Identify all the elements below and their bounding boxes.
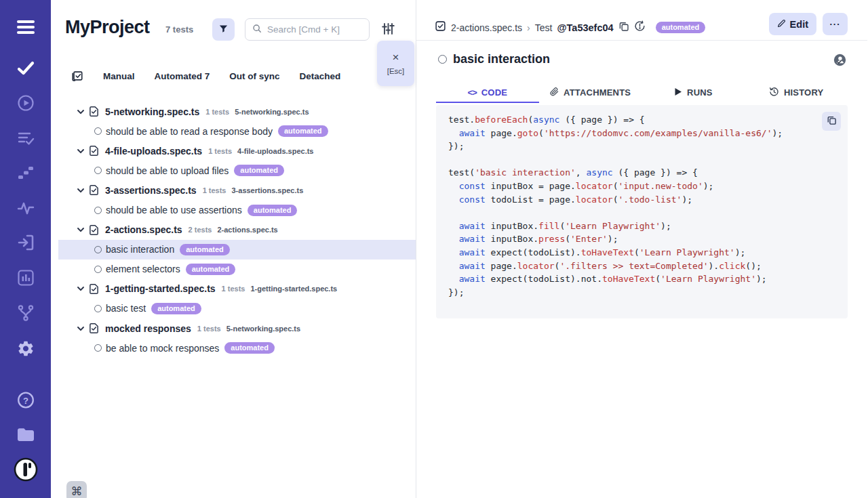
assignee-avatar[interactable]	[833, 54, 846, 69]
file-check-icon	[435, 20, 446, 35]
test-title: basic interaction	[106, 244, 174, 255]
edit-label: Edit	[790, 19, 808, 30]
code-line: await inputBox.press('Enter');	[448, 232, 835, 246]
import-icon[interactable]	[17, 234, 35, 251]
suite-row[interactable]: mocked responses1 tests5-networking.spec…	[58, 318, 416, 338]
test-title: basic test	[106, 303, 146, 314]
automated-badge: automated	[278, 125, 328, 137]
chevron-down-icon[interactable]	[77, 325, 85, 333]
test-status-icon	[94, 127, 102, 135]
suite-name: 4-file-uploads.spec.ts	[105, 146, 202, 157]
test-title: should be able to upload files	[106, 165, 229, 176]
test-row[interactable]: should be able to read a response bodyau…	[58, 121, 416, 141]
test-row[interactable]: basic testautomated	[58, 299, 416, 318]
test-row[interactable]: basic interactionautomated	[58, 240, 416, 260]
suite-row[interactable]: 5-networking.spec.ts1 tests5-networking.…	[58, 102, 416, 121]
app-logo[interactable]	[14, 457, 38, 482]
suite-file-path: 5-networking.spec.ts	[235, 108, 309, 116]
branch-icon[interactable]	[17, 304, 35, 322]
code-line: const inputBox = page.locator('input.new…	[448, 180, 835, 193]
test-row[interactable]: should be able to use assertionsautomate…	[58, 200, 416, 220]
breadcrumb-file[interactable]: 2-actions.spec.ts	[451, 22, 522, 33]
activity-pulse-icon[interactable]	[17, 199, 35, 217]
suite-row[interactable]: 4-file-uploads.spec.ts1 tests4-file-uplo…	[58, 141, 416, 161]
code-icon: <>	[468, 87, 477, 98]
help-icon[interactable]: ?	[16, 391, 35, 409]
suite-name: mocked responses	[105, 323, 191, 334]
code-block: test.beforeEach(async ({ page }) => { aw…	[436, 105, 848, 318]
test-row[interactable]: should be able to upload filesautomated	[58, 161, 416, 180]
steps-icon[interactable]	[17, 165, 35, 181]
file-check-icon	[89, 184, 99, 196]
chevron-down-icon[interactable]	[77, 285, 85, 293]
breadcrumb-separator: ›	[527, 22, 530, 33]
folder-icon[interactable]	[16, 426, 36, 443]
suite-file-path: 4-file-uploads.spec.ts	[237, 147, 313, 155]
suite-row[interactable]: 1-getting-started.spec.ts1 tests1-gettin…	[58, 279, 416, 299]
test-detail-panel: 2-actions.spec.ts › Test @Ta53efc04 auto…	[416, 0, 867, 498]
code-line: test.beforeEach(async ({ page }) => {	[448, 113, 835, 127]
file-check-icon	[89, 224, 99, 236]
esc-popup: × [Esc]	[377, 41, 414, 86]
sync-clock-icon[interactable]	[634, 20, 646, 35]
view-settings-icon[interactable]	[382, 22, 395, 38]
edit-button[interactable]: Edit	[769, 13, 816, 35]
test-row[interactable]: element selectorsautomated	[58, 260, 416, 279]
analytics-bar-chart-icon[interactable]	[17, 269, 35, 287]
detail-tabs: <>CODEATTACHMENTSRUNSHISTORY	[436, 83, 848, 103]
suite-test-count: 2 tests	[189, 226, 212, 234]
suite-test-count: 1 tests	[197, 325, 221, 333]
tab-code[interactable]: <>CODE	[436, 83, 539, 103]
pencil-icon	[777, 19, 786, 30]
suite-row[interactable]: 3-assertions.spec.ts1 tests3-assertions.…	[58, 180, 416, 200]
test-title: should be able to use assertions	[106, 205, 242, 215]
file-check-icon	[89, 106, 99, 117]
filter-tab-detached[interactable]: Detached	[300, 71, 341, 81]
automated-badge: automated	[656, 22, 706, 33]
search-icon	[252, 24, 262, 35]
cmd-key-hint[interactable]: ⌘	[66, 481, 87, 498]
automated-badge: automated	[151, 303, 201, 314]
tab-runs[interactable]: RUNS	[642, 83, 745, 103]
test-title: be able to mock responses	[106, 343, 219, 354]
test-title: should be able to read a response body	[106, 126, 273, 137]
tab-label: HISTORY	[784, 87, 823, 98]
tab-label: CODE	[481, 87, 507, 98]
more-button[interactable]: ···	[823, 13, 848, 35]
runs-play-icon[interactable]	[17, 94, 35, 112]
chevron-down-icon[interactable]	[77, 108, 85, 116]
close-icon[interactable]: ×	[393, 51, 399, 63]
breadcrumb: 2-actions.spec.ts › Test @Ta53efc04 auto…	[435, 20, 705, 35]
filter-tab-out-of-sync[interactable]: Out of sync	[229, 71, 279, 81]
code-line: await expect(todoList).not.toHaveText('L…	[448, 272, 835, 286]
filter-tab-manual[interactable]: Manual	[103, 71, 135, 81]
checklist-icon[interactable]	[17, 129, 35, 147]
settings-gear-icon[interactable]	[16, 339, 35, 358]
suite-file-path: 2-actions.spec.ts	[217, 226, 277, 234]
filter-tab-automated[interactable]: Automated 7	[155, 71, 210, 81]
tab-label: RUNS	[687, 87, 713, 98]
search-input[interactable]: Search [Cmd + K]	[245, 18, 370, 41]
menu-icon[interactable]	[16, 18, 35, 36]
copy-code-button[interactable]	[822, 112, 841, 131]
esc-label: [Esc]	[387, 67, 405, 75]
file-check-icon	[89, 283, 99, 295]
test-title: element selectors	[106, 264, 180, 274]
test-row[interactable]: be able to mock responsesautomated	[58, 338, 416, 358]
tests-check-icon[interactable]	[16, 60, 35, 77]
project-title: MyProject	[65, 17, 150, 38]
filter-button[interactable]	[212, 18, 235, 41]
select-mode-icon[interactable]	[71, 70, 83, 82]
chevron-down-icon[interactable]	[77, 147, 85, 155]
suite-name: 5-networking.spec.ts	[105, 106, 199, 117]
copy-id-icon[interactable]	[618, 21, 629, 35]
file-check-icon	[89, 145, 99, 157]
filter-tabs: ManualAutomated 7Out of syncDetached	[51, 65, 416, 87]
suite-row[interactable]: 2-actions.spec.ts2 tests2-actions.spec.t…	[58, 220, 416, 240]
test-status-icon	[94, 344, 102, 352]
test-detail-title: basic interaction	[453, 52, 550, 66]
chevron-down-icon[interactable]	[77, 226, 85, 234]
chevron-down-icon[interactable]	[77, 186, 85, 194]
tab-history[interactable]: HISTORY	[745, 83, 848, 103]
tab-attachments[interactable]: ATTACHMENTS	[539, 83, 642, 103]
